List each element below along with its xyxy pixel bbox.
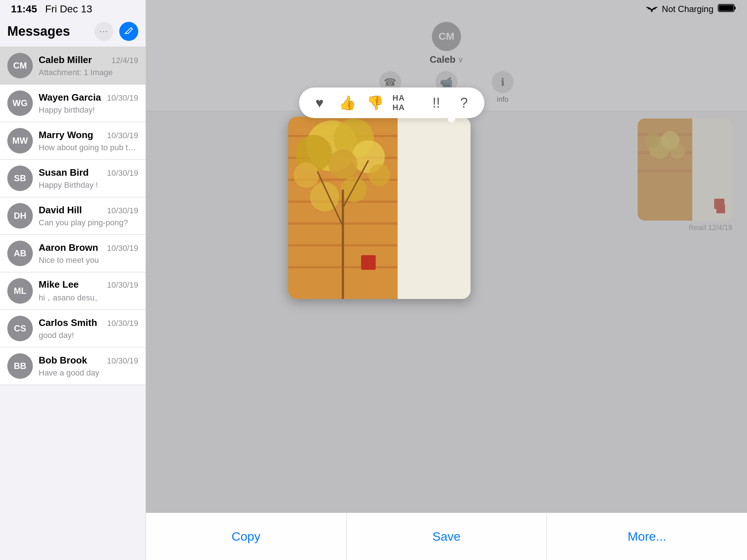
sidebar-icons: ···: [94, 22, 138, 41]
conv-preview: good day!: [39, 331, 138, 340]
more-dots-icon: ···: [100, 27, 108, 36]
avatar-bb: BB: [7, 353, 33, 379]
conversation-item-cs[interactable]: CS Carlos Smith 10/30/19 good day!: [0, 310, 146, 347]
more-button[interactable]: More...: [547, 513, 747, 560]
battery-icon: [718, 3, 736, 15]
avatar-sb: SB: [7, 166, 33, 191]
conv-name: Bob Brook: [39, 355, 87, 366]
conv-date: 10/30/19: [107, 93, 138, 103]
conv-date: 10/30/19: [107, 206, 138, 215]
conv-info-cs: Carlos Smith 10/30/19 good day!: [39, 317, 138, 340]
conv-info-sb: Susan Bird 10/30/19 Happy Birthday !: [39, 167, 138, 190]
reaction-exclaim[interactable]: !!: [426, 93, 446, 113]
reaction-thumbsdown[interactable]: 👎: [365, 93, 385, 113]
svg-point-28: [294, 162, 319, 188]
more-label: More...: [628, 529, 666, 544]
compose-icon: [124, 26, 134, 36]
conv-date: 10/30/19: [107, 280, 138, 290]
conversation-item-dh[interactable]: DH David Hill 10/30/19 Can you play ping…: [0, 197, 146, 235]
conv-date: 10/30/19: [107, 168, 138, 178]
conv-name: Aaron Brown: [39, 242, 98, 253]
svg-point-27: [328, 149, 357, 179]
save-label: Save: [432, 529, 461, 544]
avatar-ab: AB: [7, 241, 33, 266]
conv-preview: How about going to pub today?: [39, 143, 138, 152]
svg-point-31: [341, 177, 367, 202]
conv-info-wg: Wayen Garcia 10/30/19 Happy birthday!: [39, 92, 138, 115]
avatar-cm: CM: [7, 53, 33, 78]
conversation-item-bb[interactable]: BB Bob Brook 10/30/19 Have a good day: [0, 347, 146, 385]
main-layout: 11:45 Fri Dec 13 Not Charging: [0, 0, 747, 560]
conv-name: David Hill: [39, 205, 82, 216]
conversation-item-wg[interactable]: WG Wayen Garcia 10/30/19 Happy birthday!: [0, 85, 146, 122]
sidebar-title: Messages: [7, 24, 70, 39]
conversation-item-mw[interactable]: MW Marry Wong 10/30/19 How about going t…: [0, 122, 146, 160]
reaction-thumbsup[interactable]: 👍: [337, 93, 357, 113]
avatar-cs: CS: [7, 316, 33, 341]
enlarged-bg: [288, 117, 471, 299]
avatar-wg: WG: [7, 90, 33, 116]
avatar-mw: MW: [7, 128, 33, 153]
reaction-popup: ♥👍👎HA HA!!?: [299, 88, 484, 118]
status-date: Fri Dec 13: [45, 3, 92, 15]
conversation-item-cm[interactable]: CM Caleb Miller 12/4/19 Attachment: 1 Im…: [0, 47, 146, 85]
conv-name: Mike Lee: [39, 279, 79, 290]
svg-point-29: [368, 164, 390, 186]
conv-preview: Nice to meet you: [39, 256, 138, 265]
conv-date: 10/30/19: [107, 244, 138, 253]
chat-area: CM Caleb ∨ ☎ audio 📹 FaceTime ℹ info: [146, 0, 747, 560]
conv-date: 10/30/19: [107, 131, 138, 140]
svg-rect-36: [361, 255, 376, 270]
conv-name: Caleb Miller: [39, 54, 92, 66]
enlarged-image-popup[interactable]: [288, 117, 471, 299]
svg-rect-35: [398, 117, 471, 299]
conv-info-cm: Caleb Miller 12/4/19 Attachment: 1 Image: [39, 54, 138, 77]
conversation-item-ab[interactable]: AB Aaron Brown 10/30/19 Nice to meet you: [0, 235, 146, 272]
conv-info-ab: Aaron Brown 10/30/19 Nice to meet you: [39, 242, 138, 265]
copy-label: Copy: [232, 529, 260, 544]
reaction-question[interactable]: ?: [454, 93, 474, 113]
reaction-heart[interactable]: ♥: [309, 93, 330, 113]
conv-info-ml: Mike Lee 10/30/19 hi，asano desu。: [39, 279, 138, 303]
status-bar: 11:45 Fri Dec 13 Not Charging: [0, 0, 747, 18]
save-button[interactable]: Save: [347, 513, 547, 560]
reaction-haha[interactable]: HA HA: [392, 93, 419, 113]
conv-preview: hi，asano desu。: [39, 292, 138, 303]
status-right: Not Charging: [646, 3, 736, 15]
conversation-item-sb[interactable]: SB Susan Bird 10/30/19 Happy Birthday !: [0, 160, 146, 197]
wifi-icon: [646, 4, 658, 15]
conv-date: 10/30/19: [107, 356, 138, 366]
avatar-ml: ML: [7, 278, 33, 304]
conv-date: 12/4/19: [112, 56, 138, 65]
conv-name: Carlos Smith: [39, 317, 97, 328]
conv-name: Wayen Garcia: [39, 92, 101, 103]
conv-name: Susan Bird: [39, 167, 89, 178]
more-options-button[interactable]: ···: [94, 22, 113, 41]
conv-preview: Happy Birthday !: [39, 180, 138, 190]
conversation-item-ml[interactable]: ML Mike Lee 10/30/19 hi，asano desu。: [0, 272, 146, 310]
battery-label: Not Charging: [662, 4, 713, 14]
avatar-dh: DH: [7, 203, 33, 229]
conv-info-bb: Bob Brook 10/30/19 Have a good day: [39, 355, 138, 378]
conv-preview: Attachment: 1 Image: [39, 68, 138, 77]
conversation-list: CM Caleb Miller 12/4/19 Attachment: 1 Im…: [0, 47, 146, 560]
conv-info-mw: Marry Wong 10/30/19 How about going to p…: [39, 129, 138, 152]
conv-name: Marry Wong: [39, 129, 93, 141]
conv-preview: Happy birthday!: [39, 105, 138, 115]
conv-date: 10/30/19: [107, 319, 138, 328]
status-time: 11:45: [11, 3, 37, 15]
compose-button[interactable]: [119, 22, 138, 41]
copy-button[interactable]: Copy: [146, 513, 347, 560]
conv-preview: Have a good day: [39, 368, 138, 378]
sidebar: Messages ··· CM Caleb Miller: [0, 0, 146, 560]
svg-point-0: [651, 10, 653, 12]
svg-rect-2: [734, 7, 736, 9]
svg-rect-3: [719, 5, 734, 11]
popup-arrow: [448, 115, 455, 122]
bottom-action-bar: Copy Save More...: [146, 513, 747, 560]
conv-preview: Can you play ping-pong?: [39, 218, 138, 228]
conv-info-dh: David Hill 10/30/19 Can you play ping-po…: [39, 205, 138, 228]
enlarged-autumn-image: [288, 117, 471, 299]
